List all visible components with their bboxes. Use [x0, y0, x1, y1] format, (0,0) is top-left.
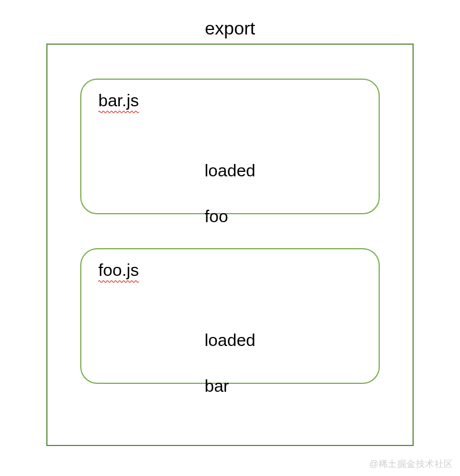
- diagram-title: export: [0, 0, 460, 44]
- module-content-bar: loaded foo: [205, 136, 255, 228]
- module-content-line2: bar: [205, 377, 229, 395]
- spellcheck-underline-icon: [98, 280, 139, 283]
- module-name-bar: bar.js: [98, 91, 139, 110]
- export-container: bar.js loaded foo foo.js loaded bar: [46, 44, 414, 446]
- spellcheck-underline-icon: [98, 110, 139, 114]
- module-box-foo: foo.js loaded bar: [80, 248, 380, 384]
- module-name-foo: foo.js: [98, 261, 139, 280]
- module-content-line2: foo: [205, 207, 228, 226]
- module-name-label: bar.js: [98, 91, 139, 110]
- module-box-bar: bar.js loaded foo: [80, 79, 380, 214]
- watermark: @稀土掘金技术社区: [369, 458, 453, 470]
- module-content-line1: loaded: [205, 161, 255, 180]
- module-content-foo: loaded bar: [205, 306, 255, 397]
- module-content-line1: loaded: [205, 331, 255, 349]
- module-name-label: foo.js: [98, 261, 139, 279]
